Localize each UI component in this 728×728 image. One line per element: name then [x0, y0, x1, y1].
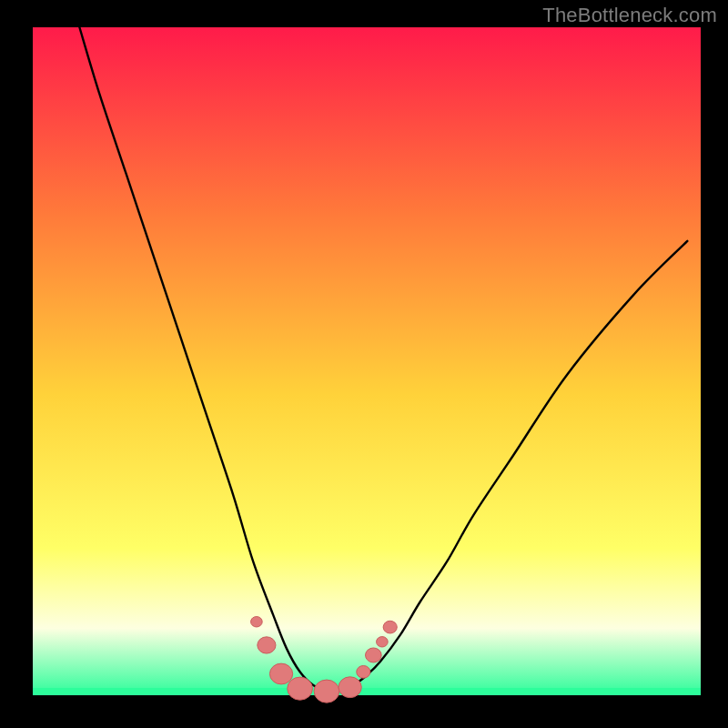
- watermark-text: TheBottleneck.com: [542, 4, 717, 27]
- curve-marker: [251, 617, 263, 627]
- bottleneck-chart: [0, 0, 728, 728]
- curve-marker: [366, 648, 382, 662]
- curve-marker: [258, 637, 276, 653]
- curve-marker: [339, 677, 361, 698]
- curve-marker: [269, 663, 292, 684]
- curve-marker: [288, 677, 313, 700]
- curve-marker: [383, 621, 397, 633]
- curve-marker: [314, 680, 339, 703]
- baseline-strip: [33, 688, 701, 695]
- chart-container: TheBottleneck.com: [0, 0, 728, 728]
- plot-area: [33, 27, 701, 695]
- curve-marker: [357, 665, 370, 678]
- curve-marker: [377, 637, 389, 647]
